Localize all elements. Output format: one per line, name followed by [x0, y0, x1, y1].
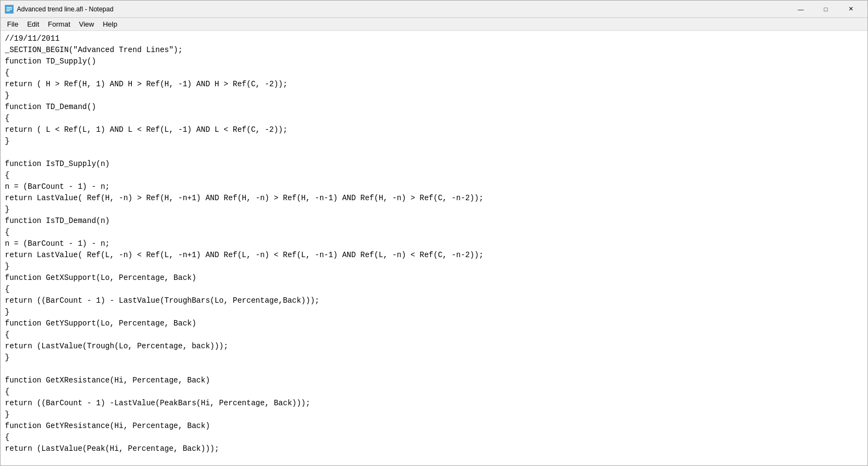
menu-file[interactable]: File	[3, 18, 23, 30]
svg-rect-2	[7, 9, 12, 10]
menu-edit[interactable]: Edit	[23, 18, 43, 30]
title-bar: Advanced trend line.afl - Notepad — □ ✕	[1, 1, 867, 18]
window-controls: — □ ✕	[788, 1, 863, 18]
minimize-button[interactable]: —	[788, 1, 813, 18]
svg-rect-3	[7, 10, 10, 11]
content-area: //19/11/2011 _SECTION_BEGIN("Advanced Tr…	[1, 31, 867, 465]
maximize-button[interactable]: □	[813, 1, 838, 18]
svg-rect-1	[7, 7, 12, 8]
main-window: Advanced trend line.afl - Notepad — □ ✕ …	[0, 0, 868, 466]
app-icon	[5, 5, 14, 14]
menu-view[interactable]: View	[75, 18, 99, 30]
close-button[interactable]: ✕	[838, 1, 863, 18]
menu-bar: File Edit Format View Help	[1, 18, 867, 31]
text-editor[interactable]: //19/11/2011 _SECTION_BEGIN("Advanced Tr…	[1, 31, 867, 465]
menu-help[interactable]: Help	[98, 18, 122, 30]
window-title: Advanced trend line.afl - Notepad	[17, 5, 788, 13]
menu-format[interactable]: Format	[43, 18, 74, 30]
